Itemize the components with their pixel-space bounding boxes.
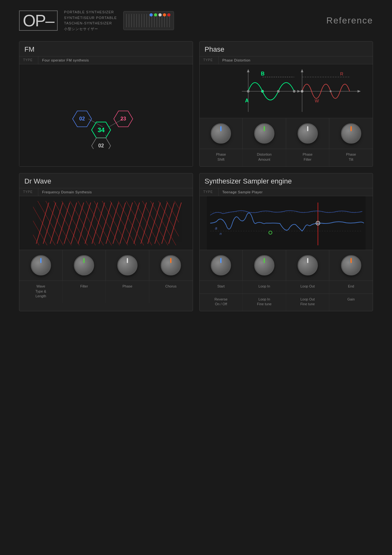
dot-red — [167, 13, 170, 16]
fm-type-label: TYPE — [19, 56, 38, 64]
sampler-knob-loopin — [243, 250, 286, 281]
phase-label-row: PhaseShift DistortionAmount PhaseFilter … — [200, 149, 373, 166]
svg-marker-14 — [247, 69, 249, 72]
sampler-label-loopout-fine: Loop OutFine tune — [286, 294, 330, 311]
knob-phase-tilt[interactable] — [341, 123, 361, 144]
knob-shift-indicator — [220, 126, 222, 131]
drwave-label-row: WaveType &Length Filter Phase Chorus — [19, 281, 193, 303]
svg-point-30 — [330, 90, 331, 92]
drwave-svg — [19, 196, 193, 250]
svg-text:34: 34 — [98, 126, 105, 133]
svg-text:a: a — [215, 226, 217, 230]
sampler-svg: a n — [200, 196, 373, 250]
sampler-label-start: Start — [200, 281, 243, 293]
svg-text:R: R — [340, 71, 343, 76]
phase-type-row: TYPE Phase Distortion — [200, 56, 373, 64]
knob-phase-filter[interactable] — [298, 123, 318, 144]
sampler-label-end: End — [329, 281, 373, 293]
dot-orange — [163, 13, 166, 16]
dot-white — [158, 13, 162, 16]
fm-visualization: 02 34 23 02 — [19, 64, 193, 167]
header-subtitle: PORTABLE SYNTHESIZER SYNTHÉTISEUR PORTAB… — [64, 10, 117, 32]
knob-filter-indicator — [307, 126, 308, 131]
svg-point-18 — [261, 90, 264, 93]
knob-tilt-indicator — [350, 126, 352, 131]
knob-end[interactable] — [341, 255, 361, 275]
knob-chorus-indicator — [170, 258, 171, 263]
fm-type-row: TYPE Four operator FM synthesis — [19, 56, 193, 64]
drwave-knob-phase — [106, 250, 149, 281]
knob-drwave-filter-indicator — [83, 258, 85, 263]
phase-svg: B A R W — [200, 64, 373, 118]
drwave-knob-filter — [63, 250, 106, 281]
svg-marker-27 — [357, 90, 361, 93]
sampler-knob-start — [200, 250, 243, 281]
drwave-knob-row — [19, 250, 193, 281]
knob-loop-in[interactable] — [254, 255, 274, 275]
sampler-visualization: a n — [200, 196, 373, 250]
knob-drwave-filter[interactable] — [74, 255, 94, 275]
drwave-knob-wavetype — [19, 250, 63, 281]
knob-loopin-indicator — [264, 258, 265, 263]
svg-marker-25 — [301, 69, 303, 72]
op-logo: OP– — [19, 10, 58, 31]
dot-blue — [150, 13, 153, 16]
knob-drwave-phase-indicator — [127, 258, 128, 263]
knob-start[interactable] — [211, 255, 231, 275]
phase-label-distortion: DistortionAmount — [243, 149, 286, 166]
sampler-extra-label-row: ReverseOn / Off Loop InFine tune Loop Ou… — [200, 294, 373, 311]
sampler-label-loopin-fine: Loop InFine tune — [243, 294, 286, 311]
knob-phase-shift[interactable] — [211, 123, 231, 144]
drwave-knob-chorus — [149, 250, 193, 281]
phase-knob-row — [200, 118, 373, 149]
svg-text:23: 23 — [120, 116, 126, 121]
sampler-label-loopin: Loop In — [243, 281, 286, 293]
svg-text:02: 02 — [79, 116, 85, 121]
svg-text:B: B — [261, 71, 265, 76]
sampler-title: Synthesizer Sampler engine — [200, 173, 373, 188]
device-image — [123, 11, 174, 30]
knob-wave-type[interactable] — [31, 255, 51, 275]
fm-type-value: Four operator FM synthesis — [38, 56, 93, 64]
phase-label-filter: PhaseFilter — [286, 149, 330, 166]
knob-wavetype-indicator — [40, 258, 42, 263]
sampler-knob-loopout — [286, 250, 330, 281]
phase-visualization: B A R W — [200, 64, 373, 118]
reference-label: Reference — [326, 16, 373, 26]
drwave-label-chorus: Chorus — [149, 281, 193, 303]
svg-point-20 — [293, 90, 295, 93]
drwave-section: Dr Wave TYPE Frequency Domain Synthesis — [19, 173, 193, 311]
header: OP– PORTABLE SYNTHESIZER SYNTHÉTISEUR PO… — [0, 0, 392, 38]
drwave-type-label: TYPE — [19, 188, 38, 196]
svg-point-19 — [277, 90, 280, 93]
sampler-type-row: TYPE Teenage Sample Player — [200, 188, 373, 196]
sampler-label-row: Start Loop In Loop Out End — [200, 281, 373, 293]
svg-rect-32 — [33, 201, 179, 245]
drwave-label-phase: Phase — [106, 281, 149, 303]
drwave-type-value: Frequency Domain Synthesis — [38, 188, 96, 196]
fm-section: FM TYPE Four operator FM synthesis 02 34… — [19, 41, 193, 167]
svg-point-17 — [247, 90, 249, 93]
knob-distortion[interactable] — [254, 123, 274, 144]
phase-knob-tilt — [329, 118, 373, 149]
sampler-knob-end — [329, 250, 373, 281]
sampler-label-loopout: Loop Out — [286, 281, 330, 293]
fm-title: FM — [19, 42, 193, 56]
main-grid: FM TYPE Four operator FM synthesis 02 34… — [0, 38, 392, 321]
svg-point-58 — [317, 223, 318, 224]
phase-type-value: Phase Distortion — [219, 56, 254, 64]
sampler-label-gain: Gain — [329, 294, 373, 311]
knob-chorus[interactable] — [161, 255, 181, 275]
sampler-label-reverse: ReverseOn / Off — [200, 294, 243, 311]
drwave-type-row: TYPE Frequency Domain Synthesis — [19, 188, 193, 196]
knob-drwave-phase[interactable] — [117, 255, 138, 275]
svg-text:W: W — [315, 98, 319, 103]
phase-knob-distortion — [243, 118, 286, 149]
knob-loop-out[interactable] — [298, 255, 318, 275]
drwave-title: Dr Wave — [19, 173, 193, 188]
phase-knob-filter — [286, 118, 330, 149]
knob-loopout-indicator — [307, 258, 308, 263]
sampler-knob-row — [200, 250, 373, 281]
knob-end-indicator — [350, 258, 352, 263]
phase-label-tilt: PhaseTilt — [329, 149, 373, 166]
